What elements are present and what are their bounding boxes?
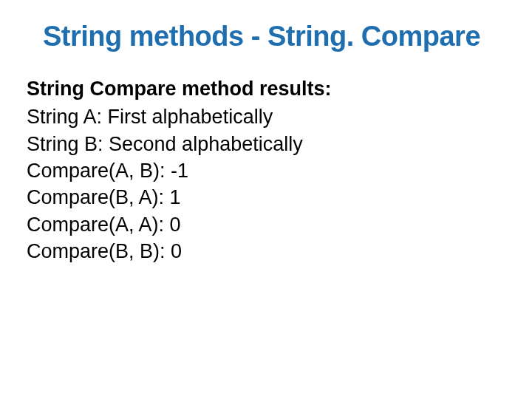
compare-aa-line: Compare(A, A): 0 [27,211,505,238]
compare-bb-line: Compare(B, B): 0 [27,238,505,265]
slide: String methods - String. Compare String … [0,0,532,279]
slide-title: String methods - String. Compare [43,21,505,52]
string-a-line: String A: First alphabetically [27,103,505,130]
results-heading: String Compare method results: [27,76,505,102]
compare-ba-line: Compare(B, A): 1 [27,184,505,211]
compare-ab-line: Compare(A, B): -1 [27,157,505,184]
string-b-line: String B: Second alphabetically [27,131,505,157]
